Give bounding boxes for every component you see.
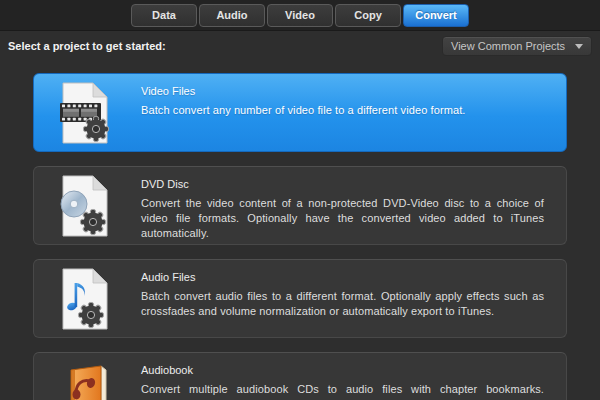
tab-video[interactable]: Video (267, 4, 333, 27)
project-description: Batch convert any number of video file t… (141, 103, 544, 118)
subheader: Select a project to get started: View Co… (0, 31, 600, 61)
audiobook-icon (60, 361, 116, 400)
project-description: Batch convert audio files to a different… (141, 289, 544, 319)
project-title: Audiobook (141, 364, 544, 376)
gear-icon (84, 117, 109, 142)
project-title: Video Files (141, 85, 544, 97)
page-title: Select a project to get started: (8, 40, 166, 52)
tab-audio[interactable]: Audio (199, 4, 265, 27)
top-tab-bar: Data Audio Video Copy Convert (0, 0, 600, 31)
project-title: DVD Disc (141, 178, 544, 190)
project-item-dvd-disc[interactable]: DVD Disc Convert the video content of a … (33, 166, 567, 245)
tab-copy[interactable]: Copy (335, 4, 401, 27)
project-item-audiobook[interactable]: Audiobook Convert multiple audiobook CDs… (33, 352, 567, 400)
gear-icon (79, 303, 104, 328)
project-list: Video Files Batch convert any number of … (0, 61, 600, 400)
view-common-projects-dropdown[interactable]: View Common Projects (442, 36, 592, 56)
tab-group: Data Audio Video Copy Convert (131, 4, 469, 27)
video-file-icon (60, 82, 116, 146)
project-description: Convert the video content of a non-prote… (141, 196, 544, 241)
audio-file-icon (60, 268, 116, 332)
tab-data[interactable]: Data (131, 4, 197, 27)
tab-convert[interactable]: Convert (403, 4, 469, 27)
book (71, 366, 106, 400)
gear-icon (81, 210, 106, 235)
project-item-audio-files[interactable]: Audio Files Batch convert audio files to… (33, 259, 567, 338)
project-description: Convert multiple audiobook CDs to audio … (141, 382, 544, 400)
dvd-disc-icon (60, 175, 116, 239)
dropdown-label: View Common Projects (451, 40, 565, 52)
dropdown-arrow-icon (575, 44, 583, 49)
project-title: Audio Files (141, 271, 544, 283)
project-item-video-files[interactable]: Video Files Batch convert any number of … (33, 73, 567, 152)
